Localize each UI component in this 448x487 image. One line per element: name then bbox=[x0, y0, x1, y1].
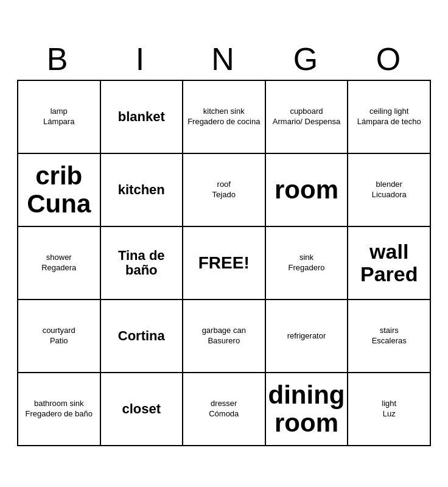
cell-es: Regadera bbox=[41, 263, 76, 273]
cell-es: Tejado bbox=[212, 190, 236, 200]
bingo-cell: refrigerator bbox=[266, 300, 349, 373]
bingo-cell: roofTejado bbox=[183, 154, 266, 227]
bingo-cell: courtyardPatio bbox=[18, 300, 101, 373]
cell-en: courtyard bbox=[43, 326, 75, 336]
cell-es: Patio bbox=[50, 336, 68, 346]
cell-es: Cómoda bbox=[209, 409, 239, 419]
cell-en: shower bbox=[46, 253, 72, 263]
bingo-cell: cupboardArmario/ Despensa bbox=[266, 81, 349, 154]
header-letter: O bbox=[350, 41, 429, 77]
bingo-cell: blanket bbox=[101, 81, 184, 154]
cell-es: Licuadora bbox=[372, 190, 407, 200]
bingo-cell: Cortina bbox=[101, 300, 184, 373]
cell-en: sink bbox=[299, 253, 313, 263]
bingo-cell: stairsEscaleras bbox=[348, 300, 431, 373]
cell-main: blanket bbox=[118, 110, 165, 124]
bingo-cell: dresserCómoda bbox=[183, 373, 266, 446]
cell-en: bathroom sink bbox=[34, 399, 84, 409]
cell-es: Lámpara de techo bbox=[357, 117, 421, 127]
cell-en: dresser bbox=[211, 399, 237, 409]
bingo-cell: cribCuna bbox=[18, 154, 101, 227]
cell-en: ceiling light bbox=[369, 107, 408, 117]
cell-en: kitchen sink bbox=[203, 107, 245, 117]
cell-en: roof bbox=[217, 180, 231, 190]
cell-es: Lámpara bbox=[43, 117, 74, 127]
cell-en: light bbox=[382, 399, 396, 409]
cell-en: wall bbox=[369, 240, 408, 263]
header-letter: G bbox=[267, 41, 346, 77]
bingo-cell: kitchen bbox=[101, 154, 184, 227]
header-letter: N bbox=[184, 41, 264, 77]
cell-main: Cortina bbox=[118, 329, 165, 343]
bingo-cell: sinkFregadero bbox=[266, 227, 349, 300]
cell-es: Pared bbox=[360, 263, 418, 286]
cell-es: room bbox=[275, 176, 338, 204]
cell-en: garbage can bbox=[202, 326, 246, 336]
cell-es: Basurero bbox=[208, 336, 240, 346]
cell-es: Fregadero bbox=[289, 263, 325, 273]
header-letter: B bbox=[19, 41, 98, 77]
bingo-cell: closet bbox=[101, 373, 184, 446]
bingo-cell: bathroom sinkFregadero de baño bbox=[18, 373, 101, 446]
bingo-cell: dining room bbox=[266, 373, 349, 446]
cell-en: refrigerator bbox=[287, 331, 326, 342]
cell-main: kitchen bbox=[118, 183, 165, 197]
cell-main: Tina de baño bbox=[103, 248, 180, 278]
cell-es: Escaleras bbox=[372, 336, 407, 346]
cell-en: crib bbox=[35, 162, 82, 190]
free-space: FREE! bbox=[198, 253, 250, 273]
cell-main: closet bbox=[122, 402, 161, 416]
bingo-cell: lampLámpara bbox=[18, 81, 101, 154]
bingo-cell: room bbox=[266, 154, 349, 227]
bingo-cell: Tina de baño bbox=[101, 227, 184, 300]
cell-es: Luz bbox=[383, 409, 396, 419]
header-letter: I bbox=[102, 41, 181, 77]
bingo-cell: blenderLicuadora bbox=[348, 154, 431, 227]
cell-es: Cuna bbox=[27, 190, 91, 218]
cell-en: stairs bbox=[380, 326, 399, 336]
bingo-cell: garbage canBasurero bbox=[183, 300, 266, 373]
cell-es: Armario/ Despensa bbox=[273, 117, 340, 127]
bingo-cell: ceiling lightLámpara de techo bbox=[348, 81, 431, 154]
bingo-cell: FREE! bbox=[183, 227, 266, 300]
cell-en: blender bbox=[376, 180, 402, 190]
bingo-cell: kitchen sinkFregadero de cocina bbox=[183, 81, 266, 154]
cell-es: Fregadero de baño bbox=[25, 409, 93, 419]
bingo-cell: lightLuz bbox=[348, 373, 431, 446]
bingo-header: BINGO bbox=[17, 41, 431, 77]
cell-en: lamp bbox=[51, 107, 68, 117]
bingo-card: BINGO lampLámparablanketkitchen sinkFreg… bbox=[11, 35, 437, 452]
bingo-cell: showerRegadera bbox=[18, 227, 101, 300]
cell-en: dining room bbox=[268, 381, 345, 437]
cell-es: Fregadero de cocina bbox=[187, 117, 260, 127]
bingo-cell: wallPared bbox=[348, 227, 431, 300]
cell-en: cupboard bbox=[290, 107, 323, 117]
bingo-grid: lampLámparablanketkitchen sinkFregadero … bbox=[17, 80, 431, 446]
